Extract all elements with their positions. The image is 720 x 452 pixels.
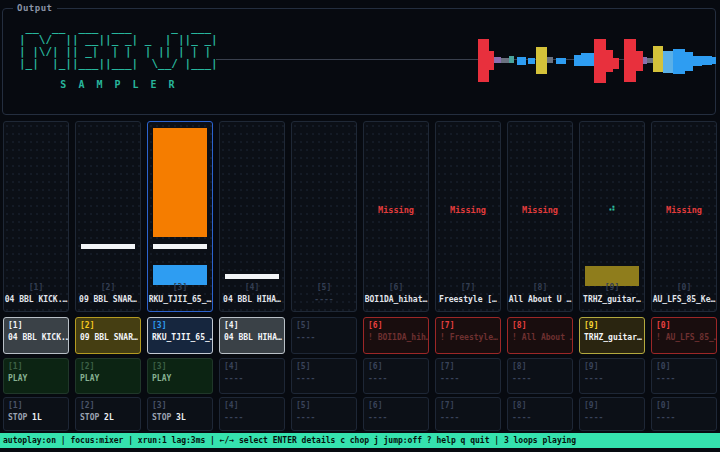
play-pad-6[interactable]: [6]---- <box>363 358 429 394</box>
pad-number: [6] <box>368 320 424 332</box>
waveform-bar <box>624 39 636 82</box>
pad-number: [4] <box>224 320 280 332</box>
sample-pad-8[interactable]: [8]! All About … <box>507 317 573 354</box>
mixer-channel-2[interactable]: [2]09 BBL SNAR… <box>75 121 141 312</box>
status-bar: autoplay:on | focus:mixer | xrun:1 lag:3… <box>0 433 720 448</box>
stop-pad-0[interactable]: [0]---- <box>651 397 717 431</box>
stop-label: ---- <box>368 412 424 424</box>
play-row: [1]PLAY[2]PLAY[3]PLAY[4]----[5]----[6]--… <box>0 358 720 394</box>
stop-label: STOP 2L <box>80 412 136 424</box>
play-label: ---- <box>512 373 568 385</box>
sample-pad-6[interactable]: [6]! BOI1DA_hih… <box>363 317 429 354</box>
pad-number: [5] <box>296 361 352 373</box>
missing-label: Missing <box>364 205 428 215</box>
play-pad-2[interactable]: [2]PLAY <box>75 358 141 394</box>
stop-pad-3[interactable]: [3]STOP 3L <box>147 397 213 431</box>
pad-number: [2] <box>80 400 136 412</box>
pad-number: [7] <box>440 361 496 373</box>
channel-number: [8] <box>508 283 572 292</box>
pad-number: [5] <box>296 400 352 412</box>
pad-number: [8] <box>512 320 568 332</box>
play-label: PLAY <box>152 373 208 385</box>
waveform-centerline <box>216 59 715 60</box>
pad-number: [8] <box>512 400 568 412</box>
stop-label: ---- <box>224 412 280 424</box>
stop-pad-9[interactable]: [9]---- <box>579 397 645 431</box>
sample-pad-5[interactable]: [5]---- <box>291 317 357 354</box>
sample-pads-row: [1]04 BBL KICK.…[2]09 BBL SNAR…[3]RKU_TJ… <box>0 317 720 354</box>
channel-name: BOI1DA_hihat… <box>364 295 428 304</box>
play-pad-7[interactable]: [7]---- <box>435 358 501 394</box>
channel-number: [3] <box>148 283 212 292</box>
sample-pad-7[interactable]: [7]! Freestyle… <box>435 317 501 354</box>
pad-number: [0] <box>656 400 712 412</box>
missing-label: Missing <box>508 205 572 215</box>
pad-name: ! All About … <box>512 332 568 344</box>
stop-value: 1L <box>32 413 42 422</box>
play-pad-9[interactable]: [9]---- <box>579 358 645 394</box>
pad-name: RKU_TJII_65_… <box>152 332 208 344</box>
sample-pad-2[interactable]: [2]09 BBL SNAR… <box>75 317 141 354</box>
mixer-channel-6[interactable]: Missing[6]BOI1DA_hihat… <box>363 121 429 312</box>
sample-pad-3[interactable]: [3]RKU_TJII_65_… <box>147 317 213 354</box>
play-pad-0[interactable]: [0]---- <box>651 358 717 394</box>
play-pad-1[interactable]: [1]PLAY <box>3 358 69 394</box>
ascii-logo: __ __ ___ ___ _ ___ | \/ || __||_ _| _ |… <box>19 22 218 70</box>
mixer-channel-5[interactable]: [5]---- <box>291 121 357 312</box>
channel-name: 09 BBL SNAR… <box>76 295 140 304</box>
waveform-bar <box>636 51 643 71</box>
channel-name: 04 BBL KICK.… <box>4 295 68 304</box>
meter-block <box>81 244 135 249</box>
pad-number: [3] <box>152 320 208 332</box>
sample-pad-9[interactable]: [9]TRHZ_guitar… <box>579 317 645 354</box>
channel-number: [9] <box>580 283 644 292</box>
channel-number: [0] <box>652 283 716 292</box>
mixer-meters-row: [1]04 BBL KICK.…[2]09 BBL SNAR…[3]RKU_TJ… <box>0 121 720 312</box>
pad-number: [9] <box>584 400 640 412</box>
pad-number: [2] <box>80 361 136 373</box>
stop-pad-2[interactable]: [2]STOP 2L <box>75 397 141 431</box>
channel-name: All About U … <box>508 295 572 304</box>
logo-subtitle: S A M P L E R <box>19 79 219 90</box>
pad-number: [1] <box>8 320 64 332</box>
stop-label: ---- <box>656 412 712 424</box>
channel-number: [1] <box>4 283 68 292</box>
waveform-bar <box>574 55 581 66</box>
pad-name: 04 BBL KICK.… <box>8 332 64 344</box>
stop-pad-4[interactable]: [4]---- <box>219 397 285 431</box>
pad-number: [7] <box>440 400 496 412</box>
channel-name: 04 BBL HIHA… <box>220 295 284 304</box>
stop-label: STOP 3L <box>152 412 208 424</box>
waveform-bar <box>693 56 702 66</box>
stop-label: ---- <box>584 412 640 424</box>
meter-block <box>153 244 207 249</box>
stop-pad-1[interactable]: [1]STOP 1L <box>3 397 69 431</box>
channel-number: [2] <box>76 283 140 292</box>
stop-pad-7[interactable]: [7]---- <box>435 397 501 431</box>
stop-label: ---- <box>512 412 568 424</box>
sample-pad-0[interactable]: [0]! AU_LFS_85_… <box>651 317 717 354</box>
channel-number: [6] <box>364 283 428 292</box>
sample-pad-1[interactable]: [1]04 BBL KICK.… <box>3 317 69 354</box>
sample-pad-4[interactable]: [4]04 BBL HIHA… <box>219 317 285 354</box>
mixer-channel-8[interactable]: Missing[8]All About U … <box>507 121 573 312</box>
pad-name: 09 BBL SNAR… <box>80 332 136 344</box>
mixer-channel-4[interactable]: [4]04 BBL HIHA… <box>219 121 285 312</box>
stop-pad-8[interactable]: [8]---- <box>507 397 573 431</box>
play-pad-8[interactable]: [8]---- <box>507 358 573 394</box>
play-pad-3[interactable]: [3]PLAY <box>147 358 213 394</box>
stop-value: 3L <box>176 413 186 422</box>
channel-name: TRHZ_guitar… <box>580 295 644 304</box>
mixer-channel-3[interactable]: [3]RKU_TJII_65_… <box>147 121 213 312</box>
play-pad-4[interactable]: [4]---- <box>219 358 285 394</box>
play-label: ---- <box>368 373 424 385</box>
pad-number: [1] <box>8 361 64 373</box>
mixer-channel-7[interactable]: Missing[7]Freestyle [… <box>435 121 501 312</box>
stop-pad-6[interactable]: [6]---- <box>363 397 429 431</box>
play-pad-5[interactable]: [5]---- <box>291 358 357 394</box>
mixer-channel-0[interactable]: Missing[0]AU_LFS_85_Ke… <box>651 121 717 312</box>
mixer-channel-1[interactable]: [1]04 BBL KICK.… <box>3 121 69 312</box>
stop-pad-5[interactable]: [5]---- <box>291 397 357 431</box>
pad-name: ! Freestyle… <box>440 332 496 344</box>
mixer-channel-9[interactable]: ⠴[9]TRHZ_guitar… <box>579 121 645 312</box>
